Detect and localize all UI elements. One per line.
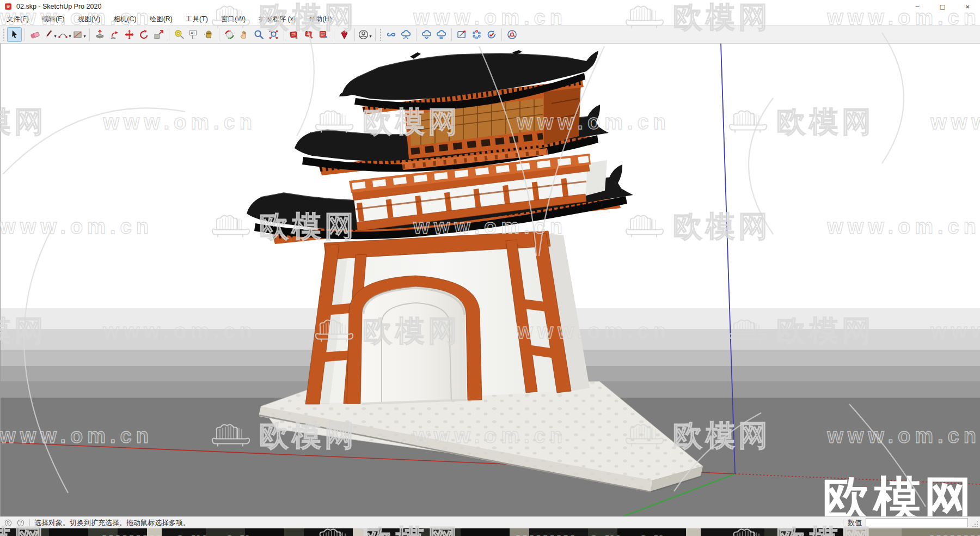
resize-grip[interactable] [971, 520, 979, 528]
menu-item-draw[interactable]: 绘图(R) [143, 15, 179, 24]
rotate-tool[interactable] [137, 27, 151, 42]
window-title: 02.skp - SketchUp Pro 2020 [16, 3, 101, 10]
toolbar-drag-handle[interactable] [3, 28, 5, 41]
select-tool[interactable] [7, 27, 22, 42]
toolbar-separator [375, 28, 376, 41]
tape-measure-tool[interactable] [172, 27, 187, 42]
sketchup-logo-icon [4, 3, 12, 10]
paint-bucket-tool[interactable] [201, 27, 216, 42]
account-avatar[interactable]: ▾ [358, 27, 372, 42]
window-controls: ─ □ × [905, 0, 980, 13]
menu-item-extensions[interactable]: 扩展程序 (x) [252, 15, 302, 24]
measurement-area: 数值 [838, 518, 980, 528]
followme-tool[interactable] [107, 27, 122, 42]
pan-tool[interactable] [237, 27, 252, 42]
pushpull-tool[interactable] [93, 27, 107, 42]
menu-bar: 文件(F)编辑(E)视图(V)相机(C)绘图(R)工具(T)窗口(W)扩展程序 … [0, 13, 980, 25]
download-cloud-icon[interactable] [419, 27, 434, 42]
measurement-input[interactable] [866, 518, 968, 527]
trimble-connect-icon[interactable] [384, 27, 399, 42]
toolbar-separator [169, 28, 169, 41]
extension-warehouse-icon[interactable] [337, 27, 352, 42]
gate-base [305, 231, 590, 404]
model-scene [1, 44, 980, 516]
move-tool[interactable] [122, 27, 137, 42]
background-photo-strip [0, 528, 980, 536]
toolbar-separator [284, 28, 284, 41]
site-logo-text: 欧模网 [823, 475, 975, 516]
toolbar-separator [416, 28, 416, 41]
export-model-icon[interactable] [302, 27, 316, 42]
arc-tool[interactable]: ▾ [57, 27, 72, 42]
menu-item-edit[interactable]: 编辑(E) [35, 15, 71, 24]
minimize-button[interactable]: ─ [905, 0, 930, 13]
menu-item-camera[interactable]: 相机(C) [107, 15, 143, 24]
toolbar-drag-handle[interactable] [379, 28, 382, 41]
orbit-tool[interactable] [222, 27, 237, 42]
component-nodes-icon[interactable] [469, 27, 484, 42]
menu-item-view[interactable]: 视图(V) [71, 15, 107, 24]
toolbar-separator [451, 28, 452, 41]
validate-sync-icon[interactable] [484, 27, 499, 42]
toolbar-separator [334, 28, 334, 41]
close-button[interactable]: × [955, 0, 980, 13]
import-model-icon[interactable] [287, 27, 302, 42]
status-bar: 选择对象。切换到扩充选择。拖动鼠标选择多项。 数值 [0, 516, 980, 528]
menu-item-tools[interactable]: 工具(T) [179, 15, 215, 24]
menu-item-help[interactable]: 帮助(H) [302, 15, 338, 24]
dropdown-caret-icon[interactable]: ▾ [69, 34, 71, 39]
rectangle-tool[interactable]: ▾ [72, 27, 87, 42]
dropdown-caret-icon[interactable]: ▾ [54, 34, 56, 39]
section-plane-icon[interactable] [455, 27, 469, 42]
browser-icon[interactable] [505, 27, 519, 42]
toolbar-separator [89, 28, 90, 41]
maximize-button[interactable]: □ [930, 0, 955, 13]
share-cloud-icon[interactable] [399, 27, 413, 42]
text-tool[interactable]: A1 [187, 27, 201, 42]
dropdown-caret-icon[interactable]: ▾ [83, 34, 85, 39]
toolbar-separator [24, 28, 25, 41]
menu-item-window[interactable]: 窗口(W) [215, 15, 252, 24]
title-bar: 02.skp - SketchUp Pro 2020 ─ □ × [0, 0, 980, 13]
statusbar-divider [29, 519, 30, 526]
eraser-tool[interactable] [28, 27, 42, 42]
toolbar-separator [501, 28, 502, 41]
geolocation-icon[interactable] [4, 519, 13, 527]
scale-tool[interactable] [151, 27, 166, 42]
line-tool[interactable]: ▾ [42, 27, 57, 42]
help-icon[interactable] [16, 519, 25, 527]
sync-cloud-icon[interactable] [434, 27, 449, 42]
send-to-layout-icon[interactable] [316, 27, 331, 42]
zoom-tool[interactable] [252, 27, 266, 42]
statusbar-divider [843, 519, 843, 526]
menu-item-file[interactable]: 文件(F) [0, 15, 35, 24]
toolbar: ▾▾▾A1▾ [0, 25, 980, 44]
status-message: 选择对象。切换到扩充选择。拖动鼠标选择多项。 [34, 518, 190, 528]
toolbar-separator [219, 28, 219, 41]
dropdown-caret-icon[interactable]: ▾ [369, 34, 371, 39]
zoom-extents-tool[interactable] [266, 27, 281, 42]
toolbar-separator [354, 28, 355, 41]
measurement-label: 数值 [848, 518, 862, 528]
svg-text:A1: A1 [191, 31, 195, 34]
sketchup-window: 02.skp - SketchUp Pro 2020 ─ □ × 文件(F)编辑… [0, 0, 980, 536]
viewport-3d[interactable]: 欧模网 [0, 44, 980, 516]
